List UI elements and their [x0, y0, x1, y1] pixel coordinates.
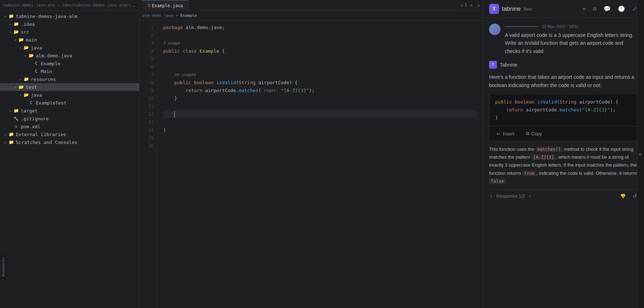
tree-item-target[interactable]: ▸ 📁 target: [0, 107, 139, 115]
code-block-content: public boolean isValid(String airportCod…: [489, 94, 638, 126]
tree-item-ext-libs[interactable]: ▸ 📁 External Libraries: [0, 130, 139, 138]
tree-item-pom[interactable]: m pom.xml: [0, 122, 139, 130]
history-button[interactable]: 🕐: [616, 4, 626, 14]
code-line-13: [163, 118, 477, 126]
close-btn[interactable]: ×: [477, 3, 480, 8]
settings-button[interactable]: ⚙: [591, 4, 598, 14]
tree-label-idea: .idea: [21, 21, 35, 27]
tree-label-java-test: java: [31, 92, 42, 98]
arrow-icon: ▾: [23, 54, 28, 58]
tree-item-src[interactable]: ▾ 📂 src: [0, 28, 139, 36]
spacer: [23, 101, 28, 105]
chat-button[interactable]: 💬: [602, 4, 612, 14]
add-chat-button[interactable]: +: [581, 4, 587, 14]
tree-label-scratches: Scratches and Consoles: [16, 140, 77, 145]
expand-btn[interactable]: ∧: [470, 3, 473, 8]
line-num-4: 4: [140, 47, 157, 55]
tree-item-example-test[interactable]: C ExampleTest: [0, 99, 139, 107]
folder-open-icon: 📂: [18, 84, 24, 90]
tabnine-intro-text: Here's a function that takes an airport …: [489, 73, 638, 89]
tabnine-response-name: Tabnine: [500, 62, 517, 68]
tree-label-java-main: java: [31, 45, 42, 50]
warning-indicator[interactable]: ⚠ 1: [461, 3, 467, 8]
line-num-16: 16: [140, 142, 157, 150]
line-num-8: 8: [140, 79, 157, 87]
tree-label-resources: resources: [31, 77, 56, 82]
tabnine-response-header: T Tabnine: [489, 61, 638, 69]
tree-item-idea[interactable]: ▸ 📁 .idea: [0, 20, 139, 28]
tabnine-title: tabnine: [502, 6, 521, 12]
line-num-1: 1: [140, 24, 157, 32]
warning-count: 1: [465, 3, 467, 8]
line-numbers: 1 2 3 4 5 6 7 8 9 10 11 12 13 14 15 16: [140, 21, 157, 308]
tree-item-test[interactable]: ▾ 📂 test: [0, 83, 139, 91]
class-test-icon: C: [28, 100, 34, 106]
folder-open-icon: 📂: [23, 92, 29, 98]
arrow-icon: ▾: [3, 14, 8, 18]
code-content[interactable]: package alm.demo.java; 1 usage public cl…: [157, 21, 483, 308]
code-line-10: }: [163, 95, 477, 102]
response-navigation: ‹ Response 1/2 › 👎 ↺: [489, 189, 638, 199]
folder-icon: 📁: [8, 139, 14, 145]
git-icon: 🔧: [13, 115, 19, 122]
tree-label-gitignore: .gitignore: [21, 116, 49, 121]
tree-label-main: main: [26, 37, 37, 43]
line-num-15: 15: [140, 134, 157, 142]
xml-icon: m: [13, 123, 19, 130]
tree-label-target: target: [21, 108, 38, 114]
user-message: ────────── 22 Nov, 2023 - 18:32 A valid …: [489, 24, 638, 55]
tree-item-java-main[interactable]: ▾ 📂 java: [0, 44, 139, 52]
editor-tab-example[interactable]: C Example.java: [142, 0, 189, 11]
thumbs-down-button[interactable]: 👎: [619, 193, 627, 199]
message-text: A valid airport code is a 3 uppercase En…: [505, 31, 638, 55]
folder-icon: 📁: [23, 76, 29, 82]
insert-button[interactable]: ↵ Insert: [494, 129, 517, 138]
tree-label-pom: pom.xml: [21, 124, 40, 129]
code-line-12[interactable]: [163, 110, 477, 118]
file-tree: ▾ 📁 tabnine-demos-java-alm ▸ 📁 .idea ▾ 📂…: [0, 11, 139, 308]
arrow-icon: ▾: [13, 38, 18, 42]
inline-code-pattern: [A-Z]{3}: [532, 154, 556, 160]
tree-item-gitignore[interactable]: 🔧 .gitignore: [0, 115, 139, 122]
folder-icon: 📁: [8, 131, 14, 138]
copy-label: Copy: [531, 131, 542, 136]
class-icon: C: [33, 60, 39, 67]
editor-main-content[interactable]: 1 2 3 4 5 6 7 8 9 10 11 12 13 14 15 16 p…: [140, 21, 483, 308]
tree-item-main[interactable]: ▾ 📂 main: [0, 36, 139, 44]
code-block-actions: ↵ Insert ⧉ Copy: [489, 126, 638, 141]
message-sender: ──────────: [505, 24, 538, 29]
folder-open-icon: 📂: [28, 52, 34, 59]
class-icon: C: [33, 68, 39, 74]
code-line-2: [163, 32, 477, 39]
copy-icon: ⧉: [526, 131, 529, 136]
line-num-10: 10: [140, 95, 157, 102]
panel-collapse-handle[interactable]: ▶: [637, 0, 644, 308]
file-tree-sidebar: tabnine-demos-java-alm – /dev/tabnine-de…: [0, 0, 140, 308]
tree-label-example-test: ExampleTest: [36, 100, 67, 106]
spacer: [8, 117, 13, 121]
line-num-13: 13: [140, 118, 157, 126]
next-response-button[interactable]: ›: [528, 193, 532, 199]
tree-item-java-test[interactable]: ▾ 📂 java: [0, 91, 139, 99]
code-line-14: }: [163, 126, 477, 134]
tree-item-example[interactable]: C Example: [0, 59, 139, 67]
tabnine-header: T tabnine Beta + ⚙ 💬 🕐 ⤢: [483, 0, 644, 18]
project-title: tabnine-demos-java-alm – /dev/tabnine-de…: [3, 3, 136, 8]
tabnine-actions: + ⚙ 💬 🕐 ⤢: [581, 4, 638, 14]
tree-label-main-class: Main: [41, 69, 52, 74]
tree-item-scratches[interactable]: ▸ 📁 Scratches and Consoles: [0, 138, 139, 146]
tree-item-resources[interactable]: ▸ 📁 resources: [0, 75, 139, 83]
tree-label-ext-libs: External Libraries: [16, 132, 66, 137]
code-line-11: [163, 102, 477, 110]
tree-item-main-class[interactable]: C Main: [0, 67, 139, 75]
prev-response-button[interactable]: ‹: [489, 193, 493, 199]
tree-label-test: test: [26, 85, 37, 90]
folder-open-icon: 📁: [8, 13, 14, 19]
tree-item-root[interactable]: ▾ 📁 tabnine-demos-java-alm: [0, 12, 139, 20]
tabnine-beta-label: Beta: [524, 7, 532, 11]
tree-item-alm-demo[interactable]: ▾ 📂 alm.demo.java: [0, 52, 139, 59]
code-line-16: [163, 142, 477, 150]
copy-button[interactable]: ⧉ Copy: [523, 129, 545, 138]
code-line-7: no usages: [163, 71, 477, 79]
arrow-icon: ▸: [3, 140, 8, 144]
